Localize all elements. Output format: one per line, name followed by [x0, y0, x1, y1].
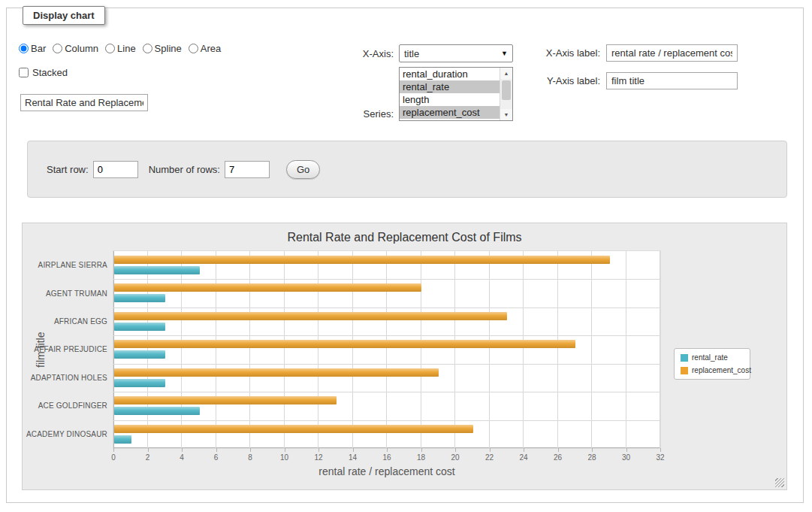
go-button[interactable]: Go	[286, 160, 320, 179]
x-tick-mark	[318, 448, 319, 452]
category-label: ACE GOLDFINGER	[22, 392, 107, 420]
gridline	[113, 279, 660, 280]
x-tick-label: 16	[382, 453, 391, 462]
x-tick-label: 8	[248, 453, 252, 462]
legend-swatch	[681, 354, 688, 362]
bar-rental_rate	[114, 323, 165, 331]
gridline	[284, 251, 285, 448]
x-tick-mark	[216, 448, 217, 452]
legend-label: rental_rate	[692, 353, 728, 362]
x-tick-mark	[285, 448, 285, 452]
legend-label: replacement_cost	[692, 366, 751, 374]
bar-replacement_cost	[114, 368, 439, 377]
gridline	[421, 251, 421, 448]
x-axis-select-label: X-Axis:	[322, 48, 394, 59]
bar-rental_rate	[114, 266, 200, 274]
x-tick-mark	[353, 448, 354, 452]
x-tick-label: 24	[519, 453, 527, 462]
x-tick-label: 2	[146, 453, 150, 462]
x-tick-mark	[421, 448, 422, 452]
number-of-rows-input[interactable]	[225, 161, 270, 178]
gridline	[113, 308, 660, 308]
x-tick-label: 26	[554, 453, 562, 462]
chart-type-group: BarColumnLineSplineArea	[19, 43, 228, 54]
chart-type-radio-spline[interactable]	[143, 44, 152, 53]
bar-rental_rate	[114, 407, 200, 415]
gridline	[216, 251, 216, 448]
chart-type-radio-bar[interactable]	[19, 44, 29, 53]
x-tick-mark	[113, 448, 114, 452]
scroll-down-icon[interactable]: ▼	[500, 109, 512, 120]
bar-rental_rate	[114, 435, 131, 444]
chart-title-input[interactable]	[20, 94, 148, 111]
x-tick-mark	[250, 448, 251, 452]
chart-x-axis-title: rental rate / replacement cost	[113, 465, 661, 477]
display-chart-fieldset: BarColumnLineSplineArea Stacked X-Axis: …	[6, 8, 804, 503]
series-option-length[interactable]: length	[400, 93, 500, 106]
chart-type-option-area[interactable]: Area	[189, 43, 221, 54]
start-row-label: Start row:	[47, 164, 89, 175]
x-tick-label: 4	[180, 453, 184, 462]
chart-type-option-label: Column	[65, 43, 98, 54]
resize-handle-icon[interactable]	[775, 478, 784, 487]
chart-type-radio-column[interactable]	[53, 44, 62, 53]
chart-type-option-column[interactable]: Column	[53, 43, 98, 54]
legend-item-rental_rate[interactable]: rental_rate	[681, 353, 744, 362]
bar-replacement_cost	[114, 396, 337, 404]
x-tick-mark	[490, 448, 491, 452]
chart-type-option-label: Line	[117, 43, 136, 54]
legend-swatch	[681, 367, 688, 374]
bar-replacement_cost	[114, 425, 473, 433]
x-tick-mark	[387, 448, 388, 452]
x-tick-mark	[182, 448, 183, 452]
chart-type-option-line[interactable]: Line	[105, 43, 136, 54]
stacked-checkbox[interactable]	[19, 68, 29, 77]
gridline	[591, 251, 592, 448]
start-row-input[interactable]	[93, 161, 138, 178]
gridline	[181, 251, 182, 448]
x-axis-label-input[interactable]	[606, 44, 738, 62]
gridline	[249, 251, 250, 448]
chart-type-option-bar[interactable]: Bar	[19, 43, 46, 54]
number-of-rows-label: Number of rows:	[149, 164, 220, 175]
x-tick-mark	[558, 448, 559, 452]
x-tick-label: 20	[451, 453, 459, 462]
panel-title: Display chart	[23, 6, 105, 25]
x-tick-label: 18	[417, 453, 425, 462]
bar-replacement_cost	[114, 283, 421, 292]
x-tick-mark	[592, 448, 593, 452]
gridline	[386, 251, 387, 448]
chart-type-radio-line[interactable]	[105, 44, 115, 53]
x-tick-mark	[455, 448, 456, 452]
y-axis-label-input[interactable]	[606, 72, 738, 89]
legend-item-replacement_cost[interactable]: replacement_cost	[681, 366, 744, 374]
chart-type-option-label: Spline	[155, 43, 182, 54]
x-tick-label: 12	[314, 453, 322, 462]
category-label: AGENT TRUMAN	[22, 279, 107, 307]
series-option-replacement_cost[interactable]: replacement_cost	[400, 106, 500, 119]
bar-replacement_cost	[114, 340, 575, 348]
gridline	[454, 251, 455, 448]
bar-rental_rate	[114, 379, 165, 387]
x-tick-label: 14	[349, 453, 357, 462]
gridline	[352, 251, 353, 448]
category-label: ACADEMY DINOSAUR	[22, 420, 107, 448]
gridline	[113, 420, 660, 421]
chart-type-radio-area[interactable]	[189, 44, 198, 53]
x-tick-label: 30	[622, 453, 630, 462]
gridline	[147, 251, 148, 448]
y-axis-label-caption: Y-Axis label:	[480, 75, 600, 86]
chart-type-option-spline[interactable]: Spline	[143, 43, 182, 54]
series-list-label: Series:	[322, 108, 394, 120]
stacked-label: Stacked	[32, 67, 68, 78]
x-axis-selected-value: title	[404, 48, 419, 59]
gridline	[113, 392, 660, 392]
bar-replacement_cost	[114, 256, 610, 264]
category-label: AFRICAN EGG	[22, 308, 107, 335]
x-tick-mark	[660, 448, 661, 452]
gridline	[523, 251, 524, 448]
x-tick-mark	[524, 448, 524, 452]
gridline	[489, 251, 490, 448]
stacked-row[interactable]: Stacked	[19, 67, 68, 78]
chart-type-option-label: Bar	[31, 43, 46, 54]
